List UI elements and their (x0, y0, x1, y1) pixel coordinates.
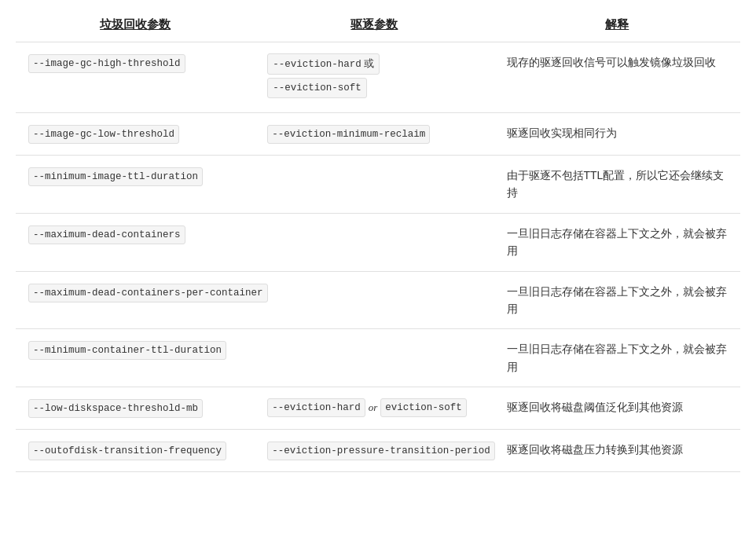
row-3-col3: 由于驱逐不包括TTL配置，所以它还会继续支持 (494, 156, 741, 214)
row-8-col1: --outofdisk-transition-frequency (16, 430, 255, 472)
row-7-col2: --eviction-hardoreviction-soft (255, 387, 494, 430)
table-row: --low-diskspace-threshold-mb--eviction-h… (16, 387, 740, 430)
row-3-gc-param: --minimum-image-ttl-duration (28, 167, 203, 186)
row-7-col1: --low-diskspace-threshold-mb (16, 387, 255, 430)
row-5-col3: 一旦旧日志存储在容器上下文之外，就会被弃用 (494, 271, 741, 329)
row-3-col2 (255, 156, 494, 214)
row-4-col2 (255, 213, 494, 271)
row-8-eviction-param1: --eviction-pressure-transition-period (267, 442, 495, 460)
row-6-col2 (255, 329, 494, 387)
row-5-col2 (255, 271, 494, 329)
table-row: --maximum-dead-containers-per-container一… (16, 271, 740, 329)
main-container: 垃圾回收参数 驱逐参数 解释 --image-gc-high-threshold… (0, 0, 756, 480)
row-1-or-text: 或 (361, 57, 375, 69)
row-3-col1: --minimum-image-ttl-duration (16, 156, 255, 214)
table-row: --image-gc-low-threshold--eviction-minim… (16, 113, 740, 156)
row-2-col2: --eviction-minimum-reclaim (255, 113, 494, 156)
row-2-col3: 驱逐回收实现相同行为 (494, 113, 741, 156)
row-5-col1: --maximum-dead-containers-per-container (16, 271, 255, 329)
row-7-or-label: or (369, 400, 378, 416)
row-7-eviction-param2: eviction-soft (380, 398, 467, 417)
row-2-eviction-param: --eviction-minimum-reclaim (267, 125, 430, 144)
row-6-gc-param: --minimum-container-ttl-duration (28, 341, 226, 360)
row-1-col1: --image-gc-high-threshold (16, 42, 255, 113)
table-row: --image-gc-high-threshold--eviction-hard… (16, 42, 740, 113)
row-1-eviction-param2: --eviction-soft (267, 78, 367, 98)
header-col3: 解释 (494, 8, 741, 42)
row-1-eviction-param1: --eviction-hard 或 (267, 53, 380, 75)
table-row: --minimum-image-ttl-duration由于驱逐不包括TTL配置… (16, 156, 740, 214)
row-8-gc-param: --outofdisk-transition-frequency (28, 442, 226, 460)
row-6-col1: --minimum-container-ttl-duration (16, 329, 255, 387)
comparison-table: 垃圾回收参数 驱逐参数 解释 --image-gc-high-threshold… (16, 8, 740, 472)
table-row: --minimum-container-ttl-duration一旦旧日志存储在… (16, 329, 740, 387)
row-7-eviction-param1: --eviction-hard (267, 398, 365, 417)
row-1-gc-param: --image-gc-high-threshold (28, 54, 185, 73)
row-2-gc-param: --image-gc-low-threshold (28, 125, 179, 144)
header-col1: 垃圾回收参数 (16, 8, 255, 42)
table-header-row: 垃圾回收参数 驱逐参数 解释 (16, 8, 740, 42)
row-8-col3: 驱逐回收将磁盘压力转换到其他资源 (494, 430, 741, 472)
table-row: --maximum-dead-containers一旦旧日志存储在容器上下文之外… (16, 213, 740, 271)
row-7-col3: 驱逐回收将磁盘阈值泛化到其他资源 (494, 387, 741, 430)
row-7-eviction-inline: --eviction-hardoreviction-soft (267, 398, 481, 417)
row-1-col2: --eviction-hard 或--eviction-soft (255, 42, 494, 113)
row-6-col3: 一旦旧日志存储在容器上下文之外，就会被弃用 (494, 329, 741, 387)
row-7-gc-param: --low-diskspace-threshold-mb (28, 399, 203, 418)
row-4-gc-param: --maximum-dead-containers (28, 225, 185, 244)
row-2-col1: --image-gc-low-threshold (16, 113, 255, 156)
row-4-col1: --maximum-dead-containers (16, 213, 255, 271)
row-5-gc-param: --maximum-dead-containers-per-container (28, 284, 268, 302)
row-1-col3: 现存的驱逐回收信号可以触发镜像垃圾回收 (494, 42, 741, 113)
table-row: --outofdisk-transition-frequency--evicti… (16, 430, 740, 472)
row-4-col3: 一旦旧日志存储在容器上下文之外，就会被弃用 (494, 213, 741, 271)
row-8-col2: --eviction-pressure-transition-period (255, 430, 494, 472)
header-col2: 驱逐参数 (255, 8, 494, 42)
